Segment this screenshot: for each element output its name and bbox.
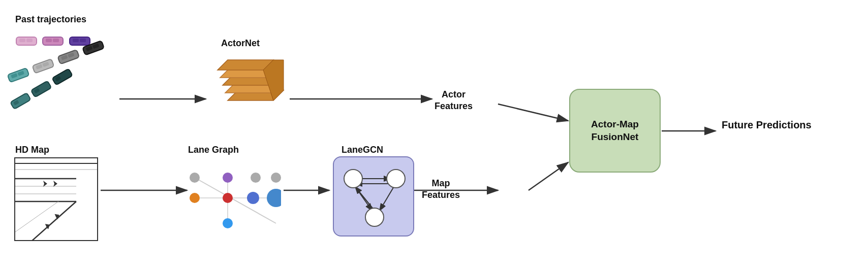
- arrows-svg: [0, 0, 868, 271]
- svg-rect-10: [19, 39, 25, 42]
- svg-point-66: [223, 218, 233, 228]
- hd-map-box: [14, 157, 98, 243]
- svg-rect-13: [46, 39, 52, 42]
- svg-line-6: [498, 104, 568, 121]
- svg-point-73: [344, 170, 362, 188]
- svg-point-74: [387, 170, 405, 188]
- svg-rect-17: [80, 39, 86, 42]
- svg-point-65: [267, 189, 281, 207]
- svg-point-64: [247, 192, 259, 204]
- svg-point-75: [365, 208, 384, 226]
- fusionnet-box: Actor-Map FusionNet: [569, 89, 661, 173]
- actor-features-label: ActorFeatures: [435, 89, 473, 113]
- future-predictions-label: Future Predictions: [722, 119, 812, 131]
- svg-line-71: [355, 187, 375, 211]
- svg-rect-24: [57, 50, 79, 64]
- svg-rect-21: [33, 59, 54, 74]
- svg-line-7: [529, 162, 568, 190]
- svg-point-58: [190, 173, 200, 183]
- lane-graph-label: Lane Graph: [188, 145, 239, 155]
- map-features-label: MapFeatures: [422, 178, 460, 201]
- actornet-icon: [212, 55, 291, 118]
- svg-line-50: [15, 201, 58, 232]
- svg-rect-16: [73, 39, 79, 42]
- svg-rect-14: [53, 39, 59, 42]
- architecture-diagram: Past trajectories: [0, 0, 868, 271]
- lanegcn-box: [333, 156, 414, 236]
- svg-rect-30: [10, 93, 31, 110]
- lanegcn-label: LaneGCN: [342, 145, 383, 155]
- hd-map-label: HD Map: [15, 145, 49, 155]
- svg-line-49: [30, 201, 76, 241]
- svg-point-59: [223, 173, 233, 183]
- svg-point-60: [251, 173, 261, 183]
- svg-marker-48: [43, 181, 47, 187]
- lane-graph-dots: [187, 157, 281, 238]
- past-trajectories-label: Past trajectories: [15, 14, 86, 25]
- svg-rect-11: [26, 39, 33, 42]
- svg-point-62: [190, 193, 200, 203]
- svg-rect-32: [31, 81, 52, 97]
- svg-rect-18: [8, 68, 29, 83]
- svg-point-61: [271, 173, 281, 183]
- svg-line-70: [380, 187, 394, 211]
- svg-line-55: [195, 178, 276, 223]
- svg-point-63: [223, 193, 233, 203]
- svg-marker-47: [53, 181, 57, 187]
- actornet-label: ActorNet: [221, 38, 260, 49]
- svg-rect-34: [52, 69, 73, 85]
